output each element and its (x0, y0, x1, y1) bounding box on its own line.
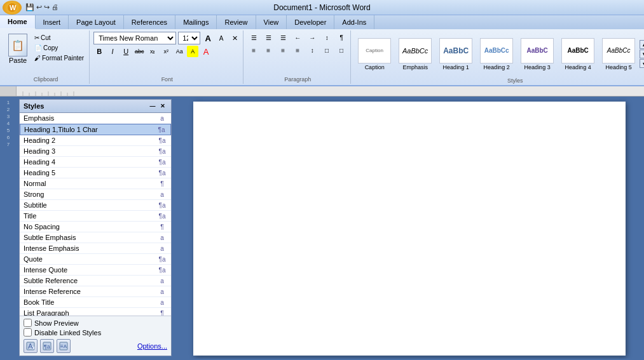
style-row-intense-quote[interactable]: Intense Quote ¶a (20, 265, 171, 276)
style-inspector-button[interactable]: ¶a (40, 339, 54, 353)
style-heading5[interactable]: AaBbCc Heading 5 (599, 32, 638, 76)
print-icon[interactable]: 🖨 (51, 3, 58, 11)
sort-button[interactable]: ↕ (320, 32, 333, 43)
increase-indent-button[interactable]: → (306, 32, 319, 43)
align-center-button[interactable]: ≡ (262, 44, 275, 56)
tab-developer[interactable]: Developer (287, 15, 334, 29)
grow-font-button[interactable]: A (202, 32, 214, 44)
styles-list[interactable]: Emphasis a Heading 1,Titulo 1 Char ¶a He… (20, 113, 171, 316)
clear-formatting-button[interactable]: ✕ (229, 32, 240, 44)
numbering-button[interactable]: ☰ (262, 32, 275, 43)
svg-rect-5 (17, 86, 644, 96)
tab-insert[interactable]: Insert (36, 15, 69, 29)
copy-button[interactable]: 📄 Copy (32, 43, 86, 53)
style-heading4[interactable]: AaBbC Heading 4 (558, 32, 598, 76)
change-case-button[interactable]: Aa (174, 46, 185, 57)
style-row-quote[interactable]: Quote ¶a (20, 254, 171, 265)
decrease-indent-button[interactable]: ← (291, 32, 304, 43)
font-color-button[interactable]: A (200, 46, 212, 57)
tab-view[interactable]: View (256, 15, 287, 29)
style-heading1-preview: AaBbC (439, 38, 472, 63)
style-row-title[interactable]: Title ¶a (20, 211, 171, 222)
style-row-normal[interactable]: Normal ¶ (20, 178, 171, 189)
document-page[interactable] (193, 102, 626, 356)
style-row-heading2[interactable]: Heading 2 ¶a (20, 135, 171, 146)
disable-linked-label: Disable Linked Styles (34, 329, 101, 337)
styles-scroll-more[interactable]: ▾ (640, 59, 644, 68)
style-heading1[interactable]: AaBbC Heading 1 (436, 32, 476, 76)
style-row-heading5[interactable]: Heading 5 ¶a (20, 168, 171, 178)
tab-page-layout[interactable]: Page Layout (69, 15, 124, 29)
disable-linked-checkbox[interactable]: Disable Linked Styles (24, 328, 167, 337)
style-caption[interactable]: Caption Caption (355, 32, 394, 76)
paste-button[interactable]: 📋 Paste (5, 32, 31, 66)
style-emphasis-preview: AaBbCc (399, 38, 432, 63)
style-emphasis[interactable]: AaBbCc Emphasis (395, 32, 435, 76)
style-row-heading1[interactable]: Heading 1,Titulo 1 Char ¶a (20, 124, 171, 135)
underline-button[interactable]: U (120, 46, 132, 57)
svg-text:W: W (10, 4, 17, 11)
format-painter-icon: 🖌 (34, 55, 41, 62)
style-row-strong[interactable]: Strong a (20, 189, 171, 200)
shrink-font-button[interactable]: A (216, 32, 227, 44)
manage-styles-button[interactable]: ≡A (57, 339, 71, 353)
style-row-subtle-reference[interactable]: Subtle Reference a (20, 276, 171, 286)
office-button[interactable]: W (3, 1, 22, 15)
font-group-content: Times New Roman 12 A A ✕ B I U abc x₂ x² (93, 32, 240, 75)
justify-button[interactable]: ≡ (291, 44, 304, 56)
bullets-button[interactable]: ☰ (247, 32, 260, 43)
styles-scroll-down[interactable]: ▼ (640, 50, 644, 58)
save-icon[interactable]: 💾 (25, 3, 34, 11)
strikethrough-button[interactable]: abc (134, 46, 145, 57)
style-row-heading4[interactable]: Heading 4 ¶a (20, 157, 171, 168)
italic-button[interactable]: I (107, 46, 118, 57)
style-emphasis-label: Emphasis (402, 64, 428, 70)
show-preview-input[interactable] (24, 319, 32, 327)
format-painter-button[interactable]: 🖌 Format Painter (32, 53, 86, 63)
style-row-heading3[interactable]: Heading 3 ¶a (20, 146, 171, 157)
styles-panel-close-btn[interactable]: ✕ (158, 102, 167, 110)
styles-panel-move-btn[interactable]: — (148, 102, 157, 110)
ribbon-content: 📋 Paste ✂ Cut 📄 Copy 🖌 Format Painter (0, 29, 644, 85)
style-row-subtle-emphasis[interactable]: Subtle Emphasis a (20, 232, 171, 243)
shading-button[interactable]: □ (320, 44, 333, 56)
style-heading2[interactable]: AaBbCc Heading 2 (477, 32, 516, 76)
show-preview-checkbox[interactable]: Show Preview (24, 319, 167, 327)
border-button[interactable]: □ (335, 44, 348, 56)
style-heading3[interactable]: AaBbC Heading 3 (517, 32, 557, 76)
style-row-subtitle[interactable]: Subtitle ¶a (20, 200, 171, 211)
style-row-emphasis[interactable]: Emphasis a (20, 113, 171, 124)
style-row-list-paragraph[interactable]: List Paragraph ¶ (20, 308, 171, 316)
disable-linked-input[interactable] (24, 328, 32, 337)
align-left-button[interactable]: ≡ (247, 44, 260, 56)
font-family-select[interactable]: Times New Roman (93, 32, 176, 44)
show-marks-button[interactable]: ¶ (335, 32, 348, 43)
cut-button[interactable]: ✂ Cut (32, 33, 86, 43)
style-row-intense-reference[interactable]: Intense Reference a (20, 286, 171, 297)
styles-scroll-up[interactable]: ▲ (640, 40, 644, 49)
line-spacing-button[interactable]: ↕ (306, 44, 319, 56)
style-row-book-title[interactable]: Book Title a (20, 297, 171, 308)
style-heading4-label: Heading 4 (565, 64, 591, 70)
tab-review[interactable]: Review (217, 15, 256, 29)
ruler-corner[interactable] (0, 86, 17, 97)
tab-references[interactable]: References (124, 15, 175, 29)
subscript-button[interactable]: x₂ (147, 46, 158, 57)
multilevel-button[interactable]: ☰ (277, 32, 289, 43)
options-link[interactable]: Options... (137, 342, 167, 350)
superscript-button[interactable]: x² (160, 46, 172, 57)
ruler-bar (17, 86, 644, 96)
tab-home[interactable]: Home (0, 15, 36, 29)
tab-mailings[interactable]: Mailings (175, 15, 217, 29)
redo-icon[interactable]: ↪ (44, 3, 50, 11)
tab-addins[interactable]: Add-Ins (334, 15, 374, 29)
align-right-button[interactable]: ≡ (277, 44, 289, 56)
style-row-no-spacing[interactable]: No Spacing ¶ (20, 222, 171, 232)
bold-button[interactable]: B (93, 46, 105, 57)
font-size-select[interactable]: 12 (178, 32, 200, 44)
ruler (0, 86, 644, 97)
undo-icon[interactable]: ↩ (36, 3, 42, 11)
new-style-button[interactable]: A (24, 339, 38, 353)
highlight-button[interactable]: A (187, 46, 198, 57)
style-row-intense-emphasis[interactable]: Intense Emphasis a (20, 243, 171, 254)
